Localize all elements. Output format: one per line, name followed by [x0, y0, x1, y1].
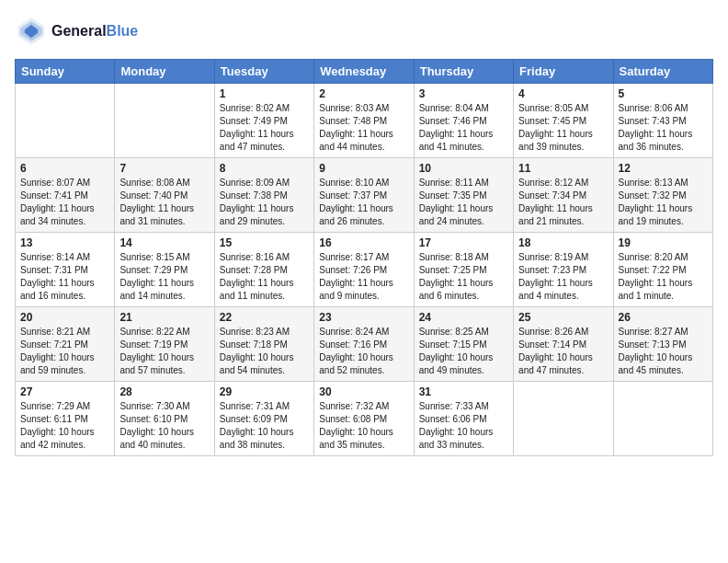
day-info: Sunrise: 7:32 AM Sunset: 6:08 PM Dayligh…	[319, 400, 408, 452]
day-number: 15	[220, 236, 309, 249]
calendar-cell: 4Sunrise: 8:05 AM Sunset: 7:45 PM Daylig…	[514, 84, 613, 158]
day-number: 18	[518, 236, 608, 249]
calendar-cell: 17Sunrise: 8:18 AM Sunset: 7:25 PM Dayli…	[414, 233, 513, 307]
page-header: GeneralBlue	[15, 15, 713, 48]
calendar-week-row: 6Sunrise: 8:07 AM Sunset: 7:41 PM Daylig…	[16, 158, 713, 233]
day-info: Sunrise: 8:02 AM Sunset: 7:49 PM Dayligh…	[220, 102, 309, 154]
day-number: 21	[119, 311, 209, 324]
day-info: Sunrise: 8:04 AM Sunset: 7:46 PM Dayligh…	[419, 102, 508, 154]
logo-text: GeneralBlue	[51, 23, 138, 40]
day-header-tuesday: Tuesday	[214, 60, 313, 84]
calendar-header-row: SundayMondayTuesdayWednesdayThursdayFrid…	[16, 60, 713, 84]
day-info: Sunrise: 8:10 AM Sunset: 7:37 PM Dayligh…	[319, 177, 408, 228]
day-number: 3	[419, 87, 508, 100]
calendar-cell: 8Sunrise: 8:09 AM Sunset: 7:38 PM Daylig…	[214, 158, 313, 233]
day-number: 27	[20, 385, 109, 398]
calendar-cell: 13Sunrise: 8:14 AM Sunset: 7:31 PM Dayli…	[16, 233, 115, 307]
calendar-cell: 16Sunrise: 8:17 AM Sunset: 7:26 PM Dayli…	[314, 233, 414, 307]
day-number: 26	[619, 311, 708, 324]
day-number: 8	[220, 162, 309, 175]
day-info: Sunrise: 8:08 AM Sunset: 7:40 PM Dayligh…	[119, 177, 209, 228]
calendar-cell: 19Sunrise: 8:20 AM Sunset: 7:22 PM Dayli…	[613, 233, 712, 307]
day-info: Sunrise: 7:31 AM Sunset: 6:09 PM Dayligh…	[220, 400, 309, 452]
day-number: 23	[319, 311, 408, 324]
calendar-cell	[115, 84, 214, 158]
day-number: 13	[20, 236, 109, 249]
calendar-cell: 30Sunrise: 7:32 AM Sunset: 6:08 PM Dayli…	[314, 382, 414, 456]
day-info: Sunrise: 8:18 AM Sunset: 7:25 PM Dayligh…	[419, 251, 508, 303]
day-header-wednesday: Wednesday	[314, 60, 414, 84]
day-info: Sunrise: 8:21 AM Sunset: 7:21 PM Dayligh…	[20, 326, 109, 377]
day-header-friday: Friday	[514, 60, 613, 84]
calendar-cell	[613, 382, 712, 456]
day-header-sunday: Sunday	[16, 60, 115, 84]
day-number: 28	[119, 385, 209, 398]
calendar-cell: 23Sunrise: 8:24 AM Sunset: 7:16 PM Dayli…	[314, 307, 414, 382]
day-info: Sunrise: 8:27 AM Sunset: 7:13 PM Dayligh…	[619, 326, 708, 377]
day-number: 10	[419, 162, 508, 175]
day-info: Sunrise: 8:19 AM Sunset: 7:23 PM Dayligh…	[518, 251, 608, 303]
day-info: Sunrise: 8:11 AM Sunset: 7:35 PM Dayligh…	[419, 177, 508, 228]
calendar-cell: 31Sunrise: 7:33 AM Sunset: 6:06 PM Dayli…	[414, 382, 513, 456]
calendar-week-row: 13Sunrise: 8:14 AM Sunset: 7:31 PM Dayli…	[16, 233, 713, 307]
day-header-monday: Monday	[115, 60, 214, 84]
day-number: 31	[419, 385, 508, 398]
day-number: 30	[319, 385, 408, 398]
day-number: 25	[518, 311, 608, 324]
day-number: 6	[20, 162, 109, 175]
day-info: Sunrise: 8:20 AM Sunset: 7:22 PM Dayligh…	[619, 251, 708, 303]
calendar-cell: 6Sunrise: 8:07 AM Sunset: 7:41 PM Daylig…	[16, 158, 115, 233]
calendar-cell: 22Sunrise: 8:23 AM Sunset: 7:18 PM Dayli…	[214, 307, 313, 382]
day-number: 20	[20, 311, 109, 324]
day-header-saturday: Saturday	[613, 60, 712, 84]
day-info: Sunrise: 8:06 AM Sunset: 7:43 PM Dayligh…	[619, 102, 708, 154]
day-number: 1	[220, 87, 309, 100]
day-info: Sunrise: 8:13 AM Sunset: 7:32 PM Dayligh…	[619, 177, 708, 228]
calendar-cell: 20Sunrise: 8:21 AM Sunset: 7:21 PM Dayli…	[16, 307, 115, 382]
day-number: 9	[319, 162, 408, 175]
calendar-cell: 11Sunrise: 8:12 AM Sunset: 7:34 PM Dayli…	[514, 158, 613, 233]
day-number: 22	[220, 311, 309, 324]
calendar-cell: 29Sunrise: 7:31 AM Sunset: 6:09 PM Dayli…	[214, 382, 313, 456]
day-info: Sunrise: 7:33 AM Sunset: 6:06 PM Dayligh…	[419, 400, 508, 452]
calendar-cell: 14Sunrise: 8:15 AM Sunset: 7:29 PM Dayli…	[115, 233, 214, 307]
calendar-cell: 5Sunrise: 8:06 AM Sunset: 7:43 PM Daylig…	[613, 84, 712, 158]
day-info: Sunrise: 7:30 AM Sunset: 6:10 PM Dayligh…	[119, 400, 209, 452]
calendar-cell: 28Sunrise: 7:30 AM Sunset: 6:10 PM Dayli…	[115, 382, 214, 456]
calendar-week-row: 20Sunrise: 8:21 AM Sunset: 7:21 PM Dayli…	[16, 307, 713, 382]
day-number: 12	[619, 162, 708, 175]
day-info: Sunrise: 8:07 AM Sunset: 7:41 PM Dayligh…	[20, 177, 109, 228]
day-info: Sunrise: 8:05 AM Sunset: 7:45 PM Dayligh…	[518, 102, 608, 154]
calendar-cell: 7Sunrise: 8:08 AM Sunset: 7:40 PM Daylig…	[115, 158, 214, 233]
calendar-table: SundayMondayTuesdayWednesdayThursdayFrid…	[15, 59, 713, 456]
day-number: 5	[619, 87, 708, 100]
day-info: Sunrise: 8:26 AM Sunset: 7:14 PM Dayligh…	[518, 326, 608, 377]
day-number: 29	[220, 385, 309, 398]
day-info: Sunrise: 8:09 AM Sunset: 7:38 PM Dayligh…	[220, 177, 309, 228]
calendar-cell: 24Sunrise: 8:25 AM Sunset: 7:15 PM Dayli…	[414, 307, 513, 382]
calendar-cell: 12Sunrise: 8:13 AM Sunset: 7:32 PM Dayli…	[613, 158, 712, 233]
day-number: 11	[518, 162, 608, 175]
calendar-cell	[16, 84, 115, 158]
calendar-cell: 10Sunrise: 8:11 AM Sunset: 7:35 PM Dayli…	[414, 158, 513, 233]
calendar-cell: 15Sunrise: 8:16 AM Sunset: 7:28 PM Dayli…	[214, 233, 313, 307]
day-number: 7	[119, 162, 209, 175]
logo: GeneralBlue	[15, 15, 138, 48]
calendar-cell: 1Sunrise: 8:02 AM Sunset: 7:49 PM Daylig…	[214, 84, 313, 158]
day-info: Sunrise: 8:12 AM Sunset: 7:34 PM Dayligh…	[518, 177, 608, 228]
calendar-cell: 2Sunrise: 8:03 AM Sunset: 7:48 PM Daylig…	[314, 84, 414, 158]
day-info: Sunrise: 8:17 AM Sunset: 7:26 PM Dayligh…	[319, 251, 408, 303]
day-info: Sunrise: 7:29 AM Sunset: 6:11 PM Dayligh…	[20, 400, 109, 452]
calendar-cell: 3Sunrise: 8:04 AM Sunset: 7:46 PM Daylig…	[414, 84, 513, 158]
calendar-cell: 27Sunrise: 7:29 AM Sunset: 6:11 PM Dayli…	[16, 382, 115, 456]
logo-icon	[15, 15, 48, 48]
day-number: 24	[419, 311, 508, 324]
day-info: Sunrise: 8:25 AM Sunset: 7:15 PM Dayligh…	[419, 326, 508, 377]
calendar-cell: 18Sunrise: 8:19 AM Sunset: 7:23 PM Dayli…	[514, 233, 613, 307]
calendar-week-row: 1Sunrise: 8:02 AM Sunset: 7:49 PM Daylig…	[16, 84, 713, 158]
calendar-cell: 9Sunrise: 8:10 AM Sunset: 7:37 PM Daylig…	[314, 158, 414, 233]
day-info: Sunrise: 8:14 AM Sunset: 7:31 PM Dayligh…	[20, 251, 109, 303]
day-number: 4	[518, 87, 608, 100]
day-info: Sunrise: 8:15 AM Sunset: 7:29 PM Dayligh…	[119, 251, 209, 303]
day-info: Sunrise: 8:22 AM Sunset: 7:19 PM Dayligh…	[119, 326, 209, 377]
